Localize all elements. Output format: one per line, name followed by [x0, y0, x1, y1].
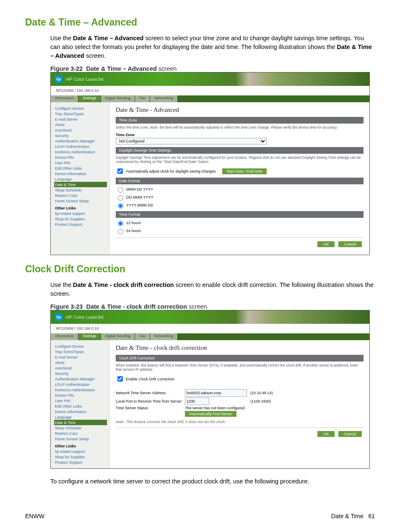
date-format-radio-mmmdd[interactable]: [118, 187, 123, 193]
outro-clock-drift: To configure a network time server to co…: [50, 477, 375, 486]
sidebar-item[interactable]: E-mail Server: [55, 116, 109, 122]
ok-button[interactable]: OK: [317, 431, 335, 437]
footer-section: Date & Time: [331, 513, 364, 519]
sidebar-item[interactable]: Home Screen Setup: [55, 436, 109, 442]
sidebar-item[interactable]: Kerberos Authentication: [55, 387, 109, 393]
tab-information[interactable]: Information: [51, 333, 78, 340]
sidebar-item[interactable]: Shop for Supplies: [55, 454, 109, 460]
figure-title-bold: Date & Time – Advanced: [86, 65, 156, 72]
cancel-button[interactable]: Cancel: [338, 241, 362, 247]
footer-page-number: 61: [368, 513, 375, 519]
product-title: HP Color LaserJet: [66, 315, 104, 320]
sidebar-item[interactable]: Tray Sizes/Types: [55, 349, 109, 354]
tab-fax[interactable]: Fax: [135, 96, 150, 102]
time-format-label: 12 hours: [126, 221, 141, 225]
sidebar-section-other-links: Other Links: [55, 205, 109, 211]
sidebar-item[interactable]: Security: [55, 133, 109, 138]
tab-digital-sending[interactable]: Digital Sending: [101, 333, 135, 340]
topbar: hp HP Color LaserJet: [51, 310, 369, 324]
sidebar-item[interactable]: E-mail Server: [55, 354, 109, 360]
date-format-label: YYYY MMM DD: [126, 203, 153, 207]
intro-clock-drift: Use the Date & Time - clock drift correc…: [50, 281, 375, 298]
sidebar-item[interactable]: hp instant support: [55, 211, 109, 216]
tab-information[interactable]: Information: [51, 96, 78, 102]
hp-logo-icon: hp: [55, 313, 62, 321]
enable-clock-drift-label: Enable Clock Drift Correction: [126, 377, 174, 381]
sidebar-item[interactable]: Configure Device: [55, 343, 109, 349]
tab-digital-sending[interactable]: Digital Sending: [101, 96, 135, 102]
sidebar-item[interactable]: AutoSend: [55, 365, 109, 371]
figure-title-tail: screen: [157, 65, 177, 72]
sidebar-item[interactable]: Language: [55, 176, 109, 182]
tab-settings[interactable]: Settings: [78, 333, 101, 340]
sidebar-item[interactable]: Edit Other Links: [55, 165, 109, 171]
sidebar-item[interactable]: Kerberos Authentication: [55, 149, 109, 155]
time-zone-select[interactable]: Not Configured: [116, 138, 267, 145]
sidebar-item[interactable]: Authentication Manager: [55, 376, 109, 382]
sidebar-item[interactable]: hp instant support: [55, 449, 109, 454]
nts-address-paren: (10.10.48.14): [250, 389, 276, 397]
sidebar-item[interactable]: Product Support: [55, 460, 109, 465]
clock-drift-fields: Network Time Server Address (10.10.48.14…: [116, 389, 276, 417]
date-format-radio-yyyymmm[interactable]: [118, 203, 123, 209]
figure-label: Figure 3-22: [50, 65, 83, 72]
sidebar-item[interactable]: Sleep Schedule: [55, 425, 109, 431]
enable-clock-drift-checkbox[interactable]: [117, 376, 123, 382]
auto-find-server-button[interactable]: Automatically Find Server: [185, 411, 236, 417]
tab-fax[interactable]: Fax: [135, 333, 150, 340]
sidebar-item[interactable]: User PIN: [55, 398, 109, 403]
time-format-radio-24[interactable]: [118, 229, 123, 234]
sidebar-item[interactable]: LDAP Authentication: [55, 382, 109, 387]
sidebar-item[interactable]: AutoSend: [55, 127, 109, 133]
tab-bar: Information Settings Digital Sending Fax…: [51, 333, 369, 340]
sidebar-item[interactable]: Edit Other Links: [55, 403, 109, 409]
sidebar-item[interactable]: Home Screen Setup: [55, 198, 109, 204]
sidebar-item[interactable]: Product Support: [55, 222, 109, 227]
figure-title-tail: screen: [187, 303, 207, 310]
date-format-radio-ddmmm[interactable]: [118, 195, 123, 201]
time-format-radio-12[interactable]: [118, 221, 123, 226]
sidebar-item[interactable]: Device Information: [55, 409, 109, 414]
tab-settings[interactable]: Settings: [78, 96, 101, 102]
button-bar: OK Cancel: [116, 427, 364, 439]
start-end-date-button[interactable]: Start Date / End Date: [222, 168, 267, 174]
sidebar-item[interactable]: User PIN: [55, 160, 109, 165]
sidebar-item-date-time[interactable]: Date & Time: [54, 182, 107, 187]
sidebar-item[interactable]: Language: [55, 414, 109, 420]
sidebar-item[interactable]: Tray Sizes/Types: [55, 111, 109, 116]
text-bold: Date & Time - clock drift correction: [73, 281, 174, 288]
figure-label: Figure 3-23: [50, 303, 83, 310]
heading-clock-drift: Clock Drift Correction: [25, 263, 375, 275]
text: screen.: [84, 52, 106, 59]
local-port-input[interactable]: [185, 398, 209, 405]
sidebar-item[interactable]: Alerts: [55, 360, 109, 365]
sidebar-item[interactable]: Sleep Schedule: [55, 187, 109, 193]
sidebar-item[interactable]: Restrict Color: [55, 431, 109, 436]
sidebar-item[interactable]: Restrict Color: [55, 193, 109, 198]
tab-networking[interactable]: Networking: [150, 333, 178, 340]
sidebar-item[interactable]: Security: [55, 371, 109, 376]
dst-auto-checkbox[interactable]: [117, 168, 123, 174]
time-zone-label: Time Zone: [116, 133, 364, 137]
sidebar-item[interactable]: Authentication Manager: [55, 138, 109, 144]
heading-date-time-advanced: Date & Time – Advanced: [25, 17, 375, 28]
button-bar: OK Cancel: [116, 238, 364, 249]
section-bar-date-format: Date Format: [116, 178, 364, 184]
section-bar-time-format: Time Format: [116, 211, 364, 218]
sidebar-item[interactable]: Shop for Supplies: [55, 216, 109, 222]
sidebar-item[interactable]: Device PIN: [55, 155, 109, 160]
clock-drift-hint: When enabled, this feature will find a N…: [116, 363, 364, 372]
sidebar-item-date-time[interactable]: Date & Time: [54, 420, 107, 425]
ok-button[interactable]: OK: [317, 241, 335, 247]
sidebar-item[interactable]: LDAP Authentication: [55, 144, 109, 149]
cancel-button[interactable]: Cancel: [338, 431, 362, 437]
time-zone-hint: Select the time zone. Note: the time wil…: [116, 125, 364, 129]
local-port-label: Local Port to Receive Time from Server: [116, 397, 185, 405]
sidebar-item[interactable]: Alerts: [55, 122, 109, 127]
sidebar-item[interactable]: Configure Device: [55, 106, 109, 111]
tab-networking[interactable]: Networking: [150, 96, 178, 102]
sidebar-item[interactable]: Device PIN: [55, 393, 109, 398]
footer-left: ENWW: [25, 513, 44, 519]
sidebar-item[interactable]: Device Information: [55, 171, 109, 176]
nts-address-input[interactable]: [185, 389, 247, 397]
